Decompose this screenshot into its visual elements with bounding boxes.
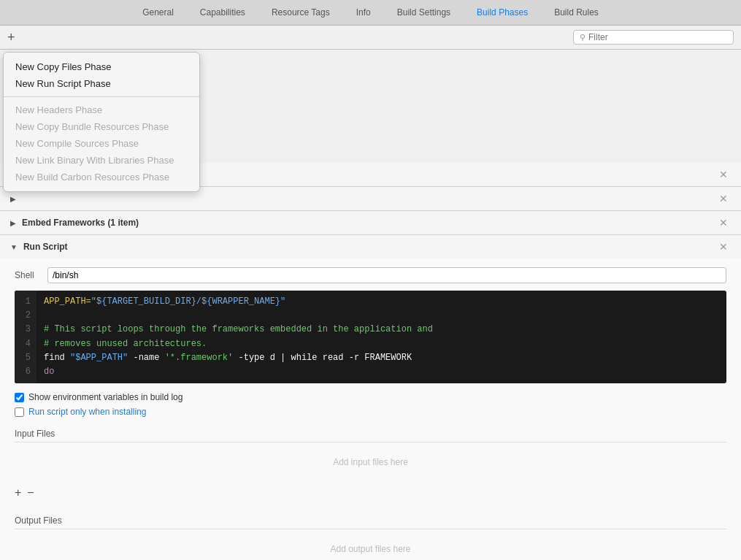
line-num-2: 2 [20,309,31,323]
input-files-placeholder: Add input files here [15,442,726,482]
phase-close-1[interactable]: ✕ [716,169,731,180]
show-env-label: Show environment variables in build log [28,392,183,402]
line-num-5: 5 [20,351,31,365]
filter-input[interactable] [588,32,727,42]
phase-chevron-3: ▶ [10,219,16,227]
input-files-label: Input Files [15,424,726,442]
code-content: APP_PATH="${TARGET_BUILD_DIR}/${WRAPPER_… [37,291,726,383]
run-only-row: Run script only when installing [15,407,726,417]
code-line-2 [44,309,719,323]
code-line-4: # removes unused architectures. [44,337,719,351]
output-files-label: Output Files [15,511,726,529]
code-line-3: # This script loops through the framewor… [44,323,719,337]
dropdown-menu: New Copy Files Phase New Run Script Phas… [3,52,200,192]
run-script-close[interactable]: ✕ [716,241,731,253]
run-script-title: Run Script [23,242,716,252]
tab-resource-tags[interactable]: Resource Tags [258,4,343,20]
line-num-4: 4 [20,337,31,351]
shell-input[interactable] [47,267,726,283]
shell-label: Shell [15,270,40,280]
dropdown-item-build-carbon: New Build Carbon Resources Phase [4,169,199,185]
add-phase-button[interactable]: + [7,31,21,44]
line-numbers: 1 2 3 4 5 6 [15,291,37,383]
output-files-section: Output Files Add output files here + − [15,511,726,560]
tab-info[interactable]: Info [343,4,384,20]
phase-section-3: ▶ Embed Frameworks (1 item) ✕ [0,211,741,235]
dropdown-disabled-section: New Headers Phase New Copy Bundle Resour… [4,100,199,187]
shell-row: Shell [15,267,726,283]
show-env-row: Show environment variables in build log [15,392,726,402]
run-script-chevron: ▼ [10,243,18,251]
tab-general[interactable]: General [129,4,187,20]
show-env-checkbox[interactable] [15,393,24,402]
dropdown-divider [4,96,199,97]
dropdown-item-copy-files[interactable]: New Copy Files Phase [4,58,199,75]
run-script-header[interactable]: ▼ Run Script ✕ [0,235,741,258]
phase-close-3[interactable]: ✕ [716,217,731,229]
code-lines: 1 2 3 4 5 6 APP_PATH="${TARGET_BUILD_DIR… [15,291,726,383]
code-line-6: do [44,365,719,379]
run-script-body: Shell 1 2 3 4 5 6 APP_PATH="${TARGET_BUI… [0,258,741,560]
dropdown-item-run-script[interactable]: New Run Script Phase [4,75,199,92]
line-num-3: 3 [20,323,31,337]
line-num-1: 1 [20,295,31,309]
tab-bar: General Capabilities Resource Tags Info … [0,0,741,26]
input-files-section: Input Files Add input files here + − [15,424,726,504]
run-only-label: Run script only when installing [28,407,146,417]
code-editor[interactable]: 1 2 3 4 5 6 APP_PATH="${TARGET_BUILD_DIR… [15,291,726,383]
phase-title-3: Embed Frameworks (1 item) [22,218,716,228]
code-line-1: APP_PATH="${TARGET_BUILD_DIR}/${WRAPPER_… [44,295,719,309]
toolbar-row: + ⚲ [0,26,741,50]
dropdown-item-headers: New Headers Phase [4,101,199,118]
dropdown-item-compile-sources: New Compile Sources Phase [4,135,199,152]
input-files-actions: + − [15,482,726,504]
input-add-button[interactable]: + [15,486,21,499]
dropdown-item-link-binary: New Link Binary With Libraries Phase [4,152,199,169]
tab-build-rules[interactable]: Build Rules [541,4,612,20]
output-files-placeholder: Add output files here [15,529,726,560]
dropdown-item-copy-bundle: New Copy Bundle Resources Phase [4,118,199,135]
run-only-checkbox[interactable] [15,407,24,417]
tab-build-phases[interactable]: Build Phases [464,4,541,20]
filter-box: ⚲ [573,30,734,45]
phase-header-3[interactable]: ▶ Embed Frameworks (1 item) ✕ [0,211,741,234]
main-area: + ⚲ New Copy Files Phase New Run Script … [0,26,741,560]
dropdown-enabled-section: New Copy Files Phase New Run Script Phas… [4,57,199,93]
line-num-6: 6 [20,365,31,379]
phase-chevron-2: ▶ [10,195,16,203]
tab-build-settings[interactable]: Build Settings [384,4,464,20]
filter-icon: ⚲ [580,33,585,42]
code-line-5: find "$APP_PATH" -name '*.framework' -ty… [44,351,719,365]
tab-capabilities[interactable]: Capabilities [187,4,258,20]
phase-close-2[interactable]: ✕ [716,193,731,204]
input-remove-button[interactable]: − [27,486,34,499]
run-script-section: ▼ Run Script ✕ Shell 1 2 3 4 5 6 [0,235,741,560]
